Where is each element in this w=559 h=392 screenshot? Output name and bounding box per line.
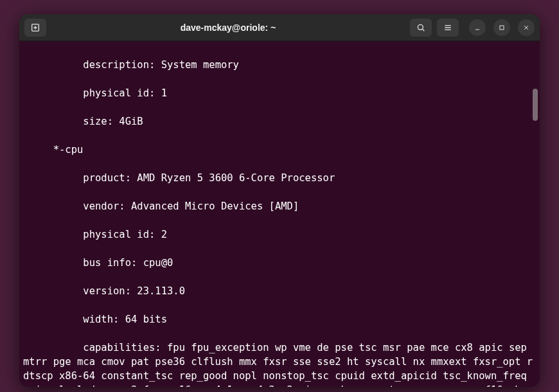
terminal-line: description: System memory — [23, 58, 536, 72]
terminal-line: physical id: 1 — [23, 86, 536, 100]
hamburger-icon — [443, 22, 453, 33]
terminal-line: size: 4GiB — [23, 114, 536, 129]
terminal-line: version: 23.113.0 — [23, 284, 536, 298]
window-title: dave-mckay@oriole: ~ — [51, 22, 405, 33]
terminal-line: product: AMD Ryzen 5 3600 6-Core Process… — [23, 171, 536, 185]
terminal-line: capabilities: fpu fpu_exception wp vme d… — [23, 341, 536, 387]
new-tab-button[interactable] — [24, 19, 46, 37]
svg-point-3 — [418, 24, 423, 30]
minimize-button[interactable] — [469, 19, 486, 36]
minimize-icon — [474, 24, 481, 31]
svg-line-4 — [422, 29, 424, 31]
scrollbar-thumb[interactable] — [533, 89, 538, 121]
svg-rect-9 — [500, 26, 504, 30]
window-controls — [469, 19, 535, 36]
maximize-button[interactable] — [493, 19, 510, 36]
maximize-icon — [498, 24, 506, 31]
search-button[interactable] — [410, 19, 432, 37]
search-icon — [416, 22, 426, 33]
terminal-line: width: 64 bits — [23, 312, 536, 326]
terminal-window: dave-mckay@oriole: ~ description: System… — [19, 14, 540, 387]
close-button[interactable] — [518, 19, 535, 36]
terminal-line: bus info: cpu@0 — [23, 256, 536, 270]
terminal-line: vendor: Advanced Micro Devices [AMD] — [23, 199, 536, 213]
titlebar: dave-mckay@oriole: ~ — [19, 14, 540, 41]
close-icon — [522, 24, 530, 31]
menu-button[interactable] — [437, 19, 459, 37]
terminal-line: physical id: 2 — [23, 227, 536, 242]
terminal-line: *-cpu — [23, 143, 536, 157]
terminal-output[interactable]: description: System memory physical id: … — [19, 41, 540, 387]
new-tab-icon — [30, 22, 40, 33]
